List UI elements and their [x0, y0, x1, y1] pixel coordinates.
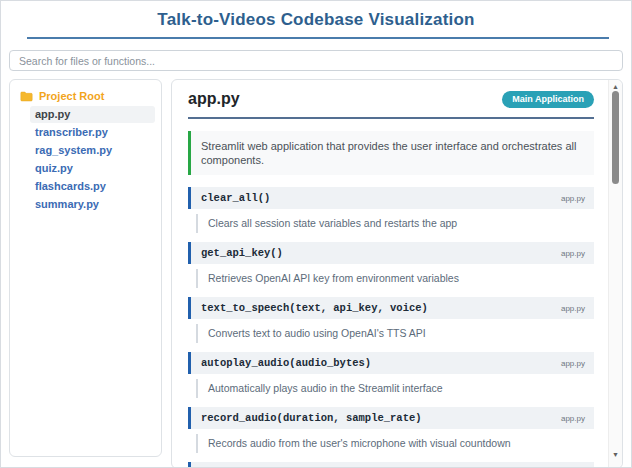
function-signature: text_to_speech(text, api_key, voice): [201, 302, 428, 314]
function-signature: get_api_key(): [201, 247, 283, 259]
sidebar-item-transcriber-py[interactable]: transcriber.py: [30, 124, 155, 141]
function-description: Records audio from the user's microphone…: [196, 434, 594, 453]
function-header[interactable]: autoplay_audio(audio_bytes) app.py: [188, 352, 594, 374]
folder-icon: [20, 91, 33, 102]
function-description: Automatically plays audio in the Streaml…: [196, 379, 594, 398]
file-description: Streamlit web application that provides …: [188, 131, 594, 175]
scroll-down-icon[interactable]: ▼: [609, 450, 622, 460]
file-detail-panel: app.py Main Application Streamlit web ap…: [171, 79, 623, 468]
sidebar-item-summary-py[interactable]: summary.py: [30, 196, 155, 213]
search-input[interactable]: [9, 50, 623, 71]
function-description: Clears all session state variables and r…: [196, 214, 594, 233]
function-signature: record_audio(duration, sample_rate): [201, 412, 422, 424]
function-block: text_to_speech(text, api_key, voice) app…: [188, 297, 594, 343]
scrollbar-thumb[interactable]: [612, 91, 619, 184]
function-block: record_audio(duration, sample_rate) app.…: [188, 407, 594, 453]
project-root-row[interactable]: Project Root: [16, 89, 155, 105]
sidebar-item-app-py[interactable]: app.py: [30, 106, 155, 123]
function-file-tag: app.py: [561, 194, 585, 203]
function-header[interactable]: record_audio(duration, sample_rate) app.…: [188, 407, 594, 429]
function-header[interactable]: save_audio(audio, filename, sample_rate)…: [188, 462, 594, 468]
app-window: { "header": { "title": "Talk-to-Videos C…: [0, 0, 632, 468]
function-header[interactable]: clear_all() app.py: [188, 187, 594, 209]
function-signature: clear_all(): [201, 192, 270, 204]
function-file-tag: app.py: [561, 414, 585, 423]
file-type-badge: Main Application: [502, 91, 594, 108]
search-bar: [1, 39, 631, 79]
function-file-tag: app.py: [561, 359, 585, 368]
file-title: app.py: [188, 90, 240, 108]
page-title: Talk-to-Videos Codebase Visualization: [1, 10, 631, 30]
function-signature: autoplay_audio(audio_bytes): [201, 357, 371, 369]
function-block: clear_all() app.py Clears all session st…: [188, 187, 594, 233]
sidebar-item-flashcards-py[interactable]: flashcards.py: [30, 178, 155, 195]
content-area: Project Root app.py transcriber.py rag_s…: [9, 79, 623, 468]
function-description: Converts text to audio using OpenAI's TT…: [196, 324, 594, 343]
function-list: clear_all() app.py Clears all session st…: [188, 187, 594, 468]
sidebar-item-quiz-py[interactable]: quiz.py: [30, 160, 155, 177]
function-description: Retrieves OpenAI API key from environmen…: [196, 269, 594, 288]
project-root-label: Project Root: [39, 90, 104, 102]
file-list: app.py transcriber.py rag_system.py quiz…: [16, 105, 155, 213]
page-header: Talk-to-Videos Codebase Visualization: [1, 1, 631, 30]
function-block: save_audio(audio, filename, sample_rate)…: [188, 462, 594, 468]
function-file-tag: app.py: [561, 304, 585, 313]
function-block: get_api_key() app.py Retrieves OpenAI AP…: [188, 242, 594, 288]
sidebar-item-rag-system-py[interactable]: rag_system.py: [30, 142, 155, 159]
scrollbar[interactable]: ▲ ▼: [608, 80, 622, 468]
file-title-row: app.py Main Application: [188, 90, 594, 119]
function-header[interactable]: get_api_key() app.py: [188, 242, 594, 264]
function-block: autoplay_audio(audio_bytes) app.py Autom…: [188, 352, 594, 398]
function-file-tag: app.py: [561, 249, 585, 258]
function-header[interactable]: text_to_speech(text, api_key, voice) app…: [188, 297, 594, 319]
file-tree-sidebar: Project Root app.py transcriber.py rag_s…: [9, 79, 162, 457]
